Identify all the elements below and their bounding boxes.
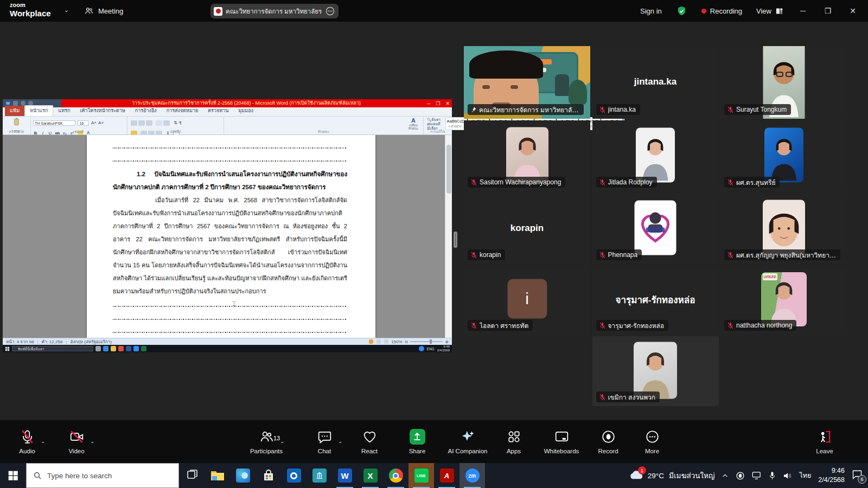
inner-word-icon[interactable] [126,346,131,351]
chevron-up-icon[interactable]: ⌃ [280,441,284,447]
inner-chrome-icon[interactable] [118,346,124,351]
chevron-up-icon[interactable]: ⌃ [338,441,342,447]
taskbar-app-thai-app[interactable] [307,463,332,488]
inner-language-indicator[interactable]: ENG [427,347,435,351]
inner-start-button[interactable] [5,346,10,351]
word-scrollbar[interactable] [445,135,452,338]
font-name-select[interactable]: TH SarabunPSK [33,120,75,126]
taskbar-app-zoom[interactable]: zm [459,463,485,488]
inner-search-box[interactable]: พิมพ์ที่นี่เพื่อค้นหา [12,346,93,351]
toolbar-react-button[interactable]: React [343,428,395,454]
tray-record-icon[interactable] [736,471,745,480]
start-button[interactable] [0,463,26,488]
word-tab-6[interactable]: การส่งจดหมาย [162,106,203,116]
save-icon[interactable] [13,101,18,106]
taskbar-app-file-explorer[interactable] [205,463,230,488]
participant-tile[interactable]: ผศ.ดร.สุนทรีย์ [720,120,847,191]
change-styles-icon[interactable]: A [405,117,422,124]
word-tab-1[interactable]: แฟ้ม [5,106,24,116]
taskbar-app-excel[interactable]: X [358,463,383,488]
word-minimize-button[interactable]: ─ [427,101,430,106]
zoom-out-button[interactable]: ⊖ [405,339,409,344]
inner-zoom-tray-icon[interactable] [419,346,424,351]
meeting-title-pill[interactable]: คณะวิทยาการจัดการ มหาวิทยาลัยราชภั... [210,4,339,18]
close-button[interactable]: ✕ [847,7,858,15]
taskbar-clock[interactable]: 9:46 2/4/2568 [818,466,845,485]
chevron-down-icon[interactable]: ⌄ [64,7,69,14]
language-status[interactable]: อังกฤษ (สหรัฐอเมริกา) [70,338,112,345]
paragraph-row-1[interactable]: ⇅¶ [127,117,224,127]
word-page[interactable]: 1.2 ปัจฉิมนิเทศและรับฟังการนำเสนอโครงงาน… [87,135,375,338]
zoom-level[interactable]: 150% [391,339,402,344]
speaker-icon[interactable] [783,472,792,480]
action-center-button[interactable]: 6 [852,470,863,481]
toolbar-apps-button[interactable]: Apps [488,428,540,454]
word-tab-4[interactable]: เค้าโครงหน้ากระดาษ [75,106,130,116]
zoom-in-button[interactable]: ⊕ [445,339,449,344]
participant-tile[interactable]: Sasitorn Wachirapanyapong [464,120,590,191]
inner-task-view-icon[interactable] [95,346,101,351]
taskbar-app-line[interactable]: LINE [409,463,434,488]
toolbar-leave-button[interactable]: Leave [799,428,851,454]
toolbar-share-button[interactable]: Share [391,428,443,454]
toolbar-more-button[interactable]: More [626,428,678,454]
grow-font-icon[interactable]: A˄ [91,120,96,125]
word-tab-8[interactable]: มุมมอง [233,106,258,116]
tray-mic-icon[interactable] [769,471,776,480]
taskbar-app-chrome[interactable] [383,463,409,488]
paste-icon[interactable] [13,118,21,126]
toolbar-ai-companion-button[interactable]: AI Companion [442,428,494,454]
participant-tile[interactable]: korapinkorapin [464,193,590,264]
toolbar-audio-button[interactable]: Audio⌃ [1,428,53,454]
taskbar-app-word[interactable]: W [332,463,358,488]
tray-chevron-up-icon[interactable] [722,472,729,479]
taskbar-app-acrobat[interactable]: A [434,463,459,488]
find-button[interactable]: 🔍ค้นหา [427,118,452,122]
participant-tile[interactable]: ผศ.ดร.สุกัญญา พยุงสิน(มหาวิทยาลัยราชภั..… [720,193,847,264]
participant-tile[interactable]: จารุมาศ-รักทองหล่อจารุมาศ-รักทองหล่อ [592,266,719,335]
participant-tile[interactable]: iไอลดา ศราทธทัต [464,266,590,335]
recording-indicator[interactable]: Recording [701,7,742,15]
participant-tile[interactable]: คณะวิทยาการจัดการ มหาวิทยาลัยราชภัฏ... [464,46,590,119]
view-button[interactable]: View [756,7,783,15]
toolbar-chat-button[interactable]: Chat⌃ [298,428,350,454]
participant-tile[interactable]: Surayut Tongkum [720,46,847,119]
inner-file-explorer-icon[interactable] [111,346,116,351]
taskbar-app-store[interactable] [256,463,281,488]
chevron-up-icon[interactable]: ⌃ [41,441,45,447]
participant-tile[interactable]: เขมิกา สงวนพวก [592,336,719,406]
toolbar-whiteboards-button[interactable]: Whiteboards [535,428,588,454]
inner-edge-icon[interactable] [103,346,108,351]
taskbar-app-task-view[interactable] [179,463,205,488]
tab-meeting[interactable]: Meeting [84,0,123,22]
web-layout-view-icon[interactable] [384,339,388,344]
word-restore-button[interactable]: ❐ [436,101,440,106]
taskbar-search-box[interactable]: Type here to search [26,463,179,488]
sort-icon[interactable]: ⇅ [173,120,178,125]
participant-tile[interactable]: Phennapa [592,193,719,264]
pane-resize-handle[interactable] [454,232,457,248]
zoom-slider[interactable] [410,341,443,342]
language-indicator[interactable]: ไทย [799,470,811,481]
chevron-up-icon[interactable]: ⌃ [90,441,94,447]
shield-check-icon[interactable] [676,5,687,17]
weather-widget[interactable]: 1 29°C มีเมฆส่วนใหญ่ [629,470,715,482]
inner-excel-icon[interactable] [141,346,146,351]
font-size-select[interactable]: 16 [78,120,88,126]
taskbar-app-edge[interactable] [230,463,256,488]
toolbar-video-button[interactable]: Video⌃ [50,428,103,454]
page-count-status[interactable]: หน้า: 4 จาก 98 [6,338,34,345]
word-tab-3[interactable]: แทรก [53,106,75,116]
minimize-button[interactable]: ─ [797,7,808,15]
participant-tile[interactable]: jintana.kajintana.ka [592,46,719,119]
word-tab-2[interactable]: หน้าแรก [24,105,53,116]
restore-button[interactable]: ❐ [822,7,833,15]
replace-button[interactable]: abแทนที่ [427,122,452,126]
participant-tile[interactable]: Jitlada Rodploy [592,120,719,191]
participant-tile[interactable]: เทพสตnatthacha northong [720,266,847,335]
shrink-font-icon[interactable]: A˅ [98,120,103,125]
taskbar-app-outlook[interactable] [281,463,307,488]
word-close-button[interactable]: ✕ [445,101,450,106]
meeting-info-ellipsis-icon[interactable] [325,6,335,16]
word-tab-5[interactable]: การอ้างอิง [130,106,162,116]
